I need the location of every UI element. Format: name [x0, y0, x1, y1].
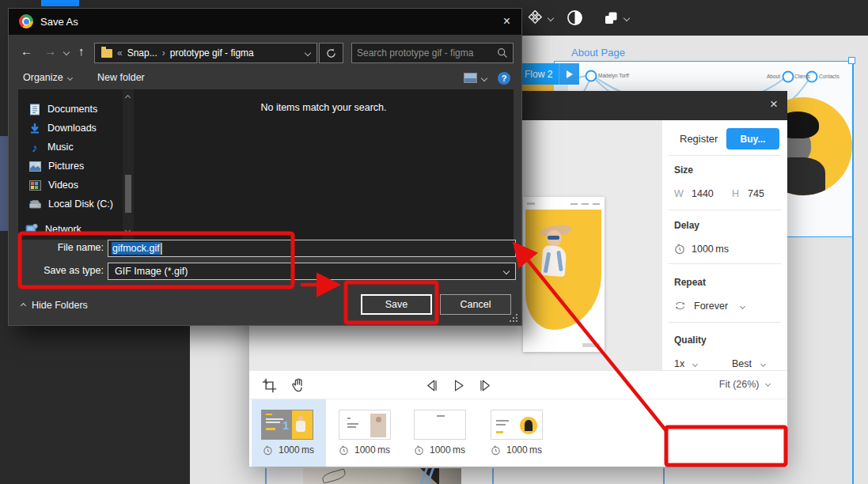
organize-menu[interactable]: Organize	[23, 72, 72, 83]
quality-scale-value[interactable]: 1x	[674, 358, 684, 369]
delay-value[interactable]: 1000 ms	[692, 244, 729, 255]
address-bar: ← → ↑ « Snap... › prototype gif - figma	[9, 35, 521, 72]
clock-icon	[491, 445, 501, 456]
component-tool-button[interactable]	[527, 10, 553, 26]
divider	[669, 322, 781, 323]
sidebar-item-label: Videos	[48, 180, 78, 191]
quality-level-value[interactable]: Best	[732, 358, 752, 369]
frame-thumbnail-1[interactable]: 1	[261, 410, 313, 440]
frame-duration: 1000 ms	[339, 444, 390, 456]
chevron-down-icon[interactable]	[305, 50, 311, 56]
buy-button[interactable]: Buy...	[726, 128, 779, 149]
refresh-icon	[326, 48, 336, 59]
chevron-down-icon	[765, 381, 771, 387]
thumb-detail	[347, 423, 358, 425]
sidebar-item-documents[interactable]: Documents	[18, 100, 121, 118]
flow-badge-label[interactable]: Flow 2	[518, 63, 559, 85]
chevron-down-icon	[503, 268, 510, 274]
frame-thumbnail-2[interactable]	[339, 410, 391, 440]
height-value[interactable]: 745	[748, 188, 764, 199]
frame-thumbnail-3[interactable]	[414, 410, 466, 440]
contrast-icon	[567, 9, 583, 26]
cancel-button[interactable]: Cancel	[440, 294, 511, 315]
recent-locations-chevron[interactable]	[63, 49, 70, 55]
play-button-icon[interactable]	[451, 378, 466, 393]
up-button[interactable]: ↑	[78, 44, 85, 58]
search-box[interactable]	[351, 43, 514, 63]
repeat-section-label: Repeat	[674, 277, 706, 288]
file-name-input[interactable]: gifmock.gif	[108, 240, 516, 257]
help-button[interactable]: ?	[498, 72, 510, 85]
forward-button[interactable]: →	[44, 44, 56, 58]
downloads-icon	[29, 123, 40, 134]
refresh-button[interactable]	[319, 43, 343, 63]
selection-handle[interactable]	[848, 57, 855, 64]
component-icon	[527, 10, 543, 26]
height-label: H	[732, 188, 739, 199]
videos-icon	[29, 180, 41, 191]
scroll-up-icon[interactable]	[125, 95, 131, 100]
thumb-person	[376, 417, 381, 422]
frame-title-about-page[interactable]: About Page	[571, 47, 625, 59]
flow-start-badge[interactable]: Flow 2	[518, 63, 579, 85]
chevron-down-icon[interactable]	[692, 361, 698, 367]
pictures-icon	[29, 161, 41, 172]
file-name-value[interactable]: gifmock.gif	[112, 242, 161, 255]
mockup-logo	[527, 202, 535, 205]
sidebar-item-videos[interactable]: Videos	[18, 176, 121, 194]
command-bar: Organize New folder ?	[9, 72, 521, 89]
change-view-button[interactable]	[464, 73, 487, 83]
mask-tool-button[interactable]	[567, 9, 583, 26]
width-value[interactable]: 1440	[692, 188, 714, 199]
sidebar-item-label: Documents	[47, 104, 97, 115]
chevron-up-icon	[21, 302, 26, 308]
mockup-footer-bar	[582, 343, 600, 347]
zoom-level-dropdown[interactable]: Fit (26%)	[719, 379, 770, 390]
hide-folders-button[interactable]: Hide Folders	[21, 300, 88, 311]
sidebar-item-music[interactable]: ♪ Music	[18, 138, 121, 156]
new-folder-button[interactable]: New folder	[97, 72, 145, 83]
divider	[669, 263, 781, 264]
previous-frame-icon[interactable]	[424, 378, 439, 393]
next-frame-icon[interactable]	[478, 378, 493, 393]
flow-play-button[interactable]	[559, 63, 579, 85]
scrollbar-thumb[interactable]	[125, 175, 131, 213]
text-caret	[161, 243, 162, 255]
crop-icon[interactable]	[261, 377, 278, 394]
connector-label-about: About	[767, 74, 780, 79]
canvas-flow-line	[492, 468, 494, 484]
boolean-union-button[interactable]	[603, 10, 629, 26]
sidebar-item-downloads[interactable]: Downloads	[18, 119, 121, 137]
frames-timeline: 1 1000 ms	[249, 399, 787, 467]
breadcrumb-collapsed[interactable]: «	[117, 47, 123, 59]
sidebar-scrollbar[interactable]	[123, 89, 134, 240]
chevron-down-icon	[481, 74, 487, 81]
register-link[interactable]: Register	[680, 133, 718, 145]
save-button[interactable]: Save	[361, 294, 432, 315]
frame-thumbnail-4[interactable]	[491, 410, 543, 440]
sidebar-item-pictures[interactable]: Pictures	[18, 157, 121, 175]
sketch-leaf	[321, 468, 347, 483]
close-icon[interactable]: ×	[770, 96, 778, 112]
sidebar-item-local-disk[interactable]: Local Disk (C:)	[18, 195, 121, 213]
scroll-down-icon[interactable]	[125, 228, 131, 233]
chevron-down-icon[interactable]	[740, 304, 745, 309]
play-icon	[567, 70, 573, 78]
save-type-select[interactable]: GIF Image (*.gif)	[108, 263, 516, 280]
repeat-value[interactable]: Forever	[694, 301, 728, 312]
resize-grip[interactable]	[510, 314, 517, 322]
gif-preview-image	[523, 197, 605, 352]
close-icon[interactable]: ×	[503, 14, 510, 28]
breadcrumb-parent[interactable]: Snap...	[127, 47, 157, 59]
hand-icon[interactable]	[290, 376, 307, 394]
back-button[interactable]: ←	[21, 44, 32, 58]
thumb-detail	[266, 428, 275, 430]
chevron-down-icon[interactable]	[760, 361, 766, 367]
dialog-titlebar: Save As ×	[9, 9, 521, 35]
frame-duration: 1000 ms	[263, 444, 314, 456]
sidebar-item-label: Pictures	[48, 161, 84, 172]
breadcrumb[interactable]: « Snap... › prototype gif - figma	[94, 43, 317, 63]
sidebar-item-network[interactable]: Network	[18, 221, 121, 238]
search-input[interactable]	[357, 47, 497, 59]
breadcrumb-current[interactable]: prototype gif - figma	[170, 47, 254, 59]
